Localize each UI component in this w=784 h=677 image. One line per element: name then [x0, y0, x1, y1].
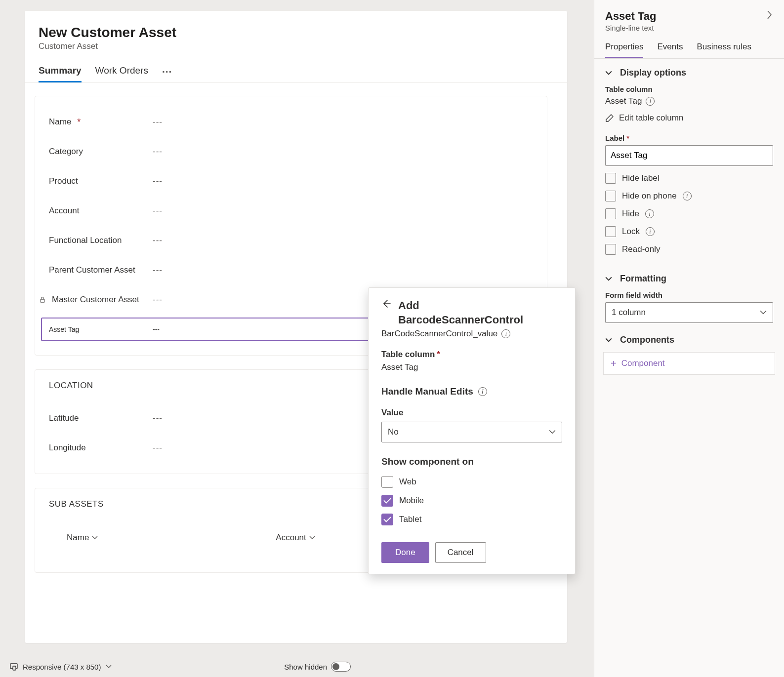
chevron-down-icon — [309, 535, 315, 541]
panel-tab-business-rules[interactable]: Business rules — [697, 42, 751, 58]
value-label: Value — [381, 408, 403, 417]
lock-checkbox[interactable] — [605, 226, 616, 237]
cancel-button[interactable]: Cancel — [435, 542, 486, 563]
chevron-down-icon — [760, 309, 767, 316]
panel-title: Asset Tag — [605, 10, 657, 23]
form-field-width-select[interactable]: 1 column — [605, 302, 773, 323]
flyout-title-main: BarcodeScannerControl — [398, 314, 523, 326]
field-asset-tag-label: Asset Tag — [49, 325, 79, 333]
info-icon[interactable]: i — [683, 192, 692, 200]
field-category-label: Category — [49, 147, 83, 157]
column-name[interactable]: Name — [67, 533, 98, 543]
plus-icon: + — [611, 358, 617, 368]
info-icon[interactable]: i — [478, 387, 487, 396]
show-on-tablet-checkbox[interactable] — [381, 514, 393, 525]
info-icon[interactable]: i — [645, 209, 654, 218]
svg-rect-2 — [13, 666, 16, 670]
panel-section-display: Display options Table column Asset Tag i… — [594, 59, 784, 265]
responsive-selector[interactable]: Responsive (743 x 850) — [10, 663, 112, 671]
show-hidden-label: Show hidden — [284, 663, 327, 671]
chevron-down-icon — [549, 429, 556, 436]
info-icon[interactable]: i — [501, 329, 510, 338]
tab-work-orders[interactable]: Work Orders — [95, 65, 148, 82]
hide-label-checkbox[interactable] — [605, 173, 616, 184]
field-name-value: --- — [153, 117, 533, 127]
lock-icon — [39, 296, 46, 303]
field-parent-customer-asset[interactable]: Parent Customer Asset --- — [49, 255, 533, 285]
field-account[interactable]: Account --- — [49, 196, 533, 226]
field-master-customer-asset-label: Master Customer Asset — [52, 294, 139, 305]
field-parent-customer-asset-value: --- — [153, 265, 533, 275]
form-field-width-label: Form field width — [605, 291, 773, 299]
form-tabs: Summary Work Orders ··· — [25, 56, 567, 83]
field-name[interactable]: Name* --- — [49, 107, 533, 137]
field-account-value: --- — [153, 206, 533, 216]
form-subtitle: Customer Asset — [39, 41, 553, 51]
read-only-checkbox[interactable] — [605, 244, 616, 255]
add-component-button[interactable]: + Component — [603, 352, 775, 375]
field-longitude-label: Longitude — [49, 443, 86, 453]
label-input[interactable] — [605, 145, 773, 166]
column-account[interactable]: Account — [276, 533, 315, 543]
svg-rect-0 — [41, 299, 44, 302]
field-product-value: --- — [153, 176, 533, 186]
field-product[interactable]: Product --- — [49, 166, 533, 196]
chevron-down-icon — [106, 664, 112, 670]
display-options-header[interactable]: Display options — [605, 68, 773, 78]
field-account-label: Account — [49, 206, 79, 216]
show-on-web-checkbox[interactable] — [381, 476, 393, 488]
info-icon[interactable]: i — [646, 227, 655, 236]
panel-section-components: Components — [594, 326, 784, 345]
table-column-label: Table column — [605, 85, 773, 93]
edit-table-column-link[interactable]: Edit table column — [605, 113, 773, 123]
field-functional-location[interactable]: Functional Location --- — [49, 226, 533, 255]
flyout-subtitle: BarCodeScannerControl_value — [381, 329, 497, 339]
chevron-down-icon — [605, 276, 612, 282]
info-icon[interactable]: i — [646, 97, 655, 106]
flyout-table-column-value: Asset Tag — [381, 362, 562, 372]
field-name-label: Name — [49, 117, 71, 127]
field-category-value: --- — [153, 147, 533, 157]
flyout-table-column-label: Table column — [381, 350, 435, 359]
field-functional-location-value: --- — [153, 236, 533, 245]
show-component-on-label: Show component on — [381, 456, 562, 467]
panel-subtitle: Single-line text — [605, 24, 657, 32]
chevron-down-icon — [605, 337, 612, 344]
value-select[interactable]: No — [381, 422, 562, 442]
tab-summary[interactable]: Summary — [39, 65, 82, 82]
flyout-title-prefix: Add — [398, 299, 419, 312]
add-component-flyout: Add BarcodeScannerControl BarCodeScanner… — [368, 287, 576, 574]
form-title: New Customer Asset — [39, 25, 553, 40]
field-parent-customer-asset-label: Parent Customer Asset — [49, 265, 135, 275]
back-arrow-icon[interactable] — [381, 299, 391, 312]
pencil-icon — [605, 114, 614, 122]
done-button[interactable]: Done — [381, 542, 429, 563]
chevron-down-icon — [92, 535, 98, 541]
properties-panel: Asset Tag Single-line text Properties Ev… — [594, 0, 784, 677]
hide-on-phone-checkbox[interactable] — [605, 191, 616, 201]
show-on-mobile-checkbox[interactable] — [381, 495, 393, 507]
field-functional-location-label: Functional Location — [49, 236, 122, 245]
table-column-value: Asset Tag — [605, 96, 642, 106]
hide-checkbox[interactable] — [605, 208, 616, 219]
device-icon — [10, 663, 18, 671]
form-header: New Customer Asset Customer Asset — [25, 11, 567, 56]
formatting-header[interactable]: Formatting — [605, 274, 773, 284]
panel-tab-events[interactable]: Events — [657, 42, 683, 58]
field-category[interactable]: Category --- — [49, 137, 533, 166]
collapse-panel-icon[interactable] — [766, 10, 773, 23]
tab-overflow-icon[interactable]: ··· — [162, 66, 172, 82]
chevron-down-icon — [605, 70, 612, 77]
field-product-label: Product — [49, 176, 78, 186]
handle-manual-edits-label: Handle Manual Edits — [381, 386, 473, 397]
required-icon: * — [77, 117, 81, 127]
panel-section-formatting: Formatting Form field width 1 column — [594, 265, 784, 326]
components-header[interactable]: Components — [605, 335, 773, 345]
panel-tab-properties[interactable]: Properties — [605, 42, 643, 58]
label-field-label: Label — [605, 134, 624, 142]
bottom-bar: Responsive (743 x 850) Show hidden — [0, 656, 578, 677]
field-latitude-label: Latitude — [49, 413, 79, 423]
show-hidden-toggle[interactable] — [331, 662, 351, 672]
